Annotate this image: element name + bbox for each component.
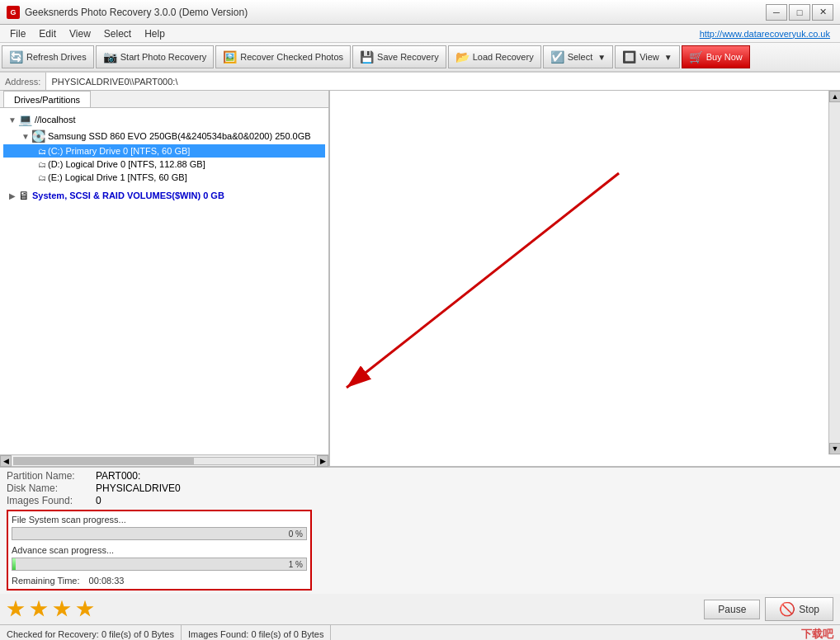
address-input[interactable] <box>46 73 840 90</box>
adv-scan-section: Advance scan progress... 1 % <box>12 545 307 571</box>
tree-label: //localhost <box>35 115 76 125</box>
status-right: Images Found: 0 file(s) of 0 Bytes <box>182 625 331 640</box>
website-url[interactable]: http://www.datarecoveryuk.co.uk <box>700 29 837 39</box>
vertical-scrollbar[interactable]: ▲ ▼ <box>828 91 840 454</box>
menu-help[interactable]: Help <box>138 26 172 41</box>
tree-label: System, SCSI & RAID VOLUMES($WIN) 0 GB <box>32 191 224 200</box>
remaining-label: Remaining Time: <box>12 576 80 586</box>
menu-view[interactable]: View <box>63 26 97 41</box>
window-controls: ─ □ ✕ <box>766 4 833 21</box>
status-left: Checked for Recovery: 0 file(s) of 0 Byt… <box>0 625 182 640</box>
fs-scan-label: File System scan progress... <box>12 515 307 525</box>
camera-icon: 📷 <box>103 50 117 64</box>
load-icon: 📂 <box>455 50 470 64</box>
refresh-drives-button[interactable]: 🔄 Refresh Drives <box>2 45 94 68</box>
buy-now-button[interactable]: 🛒 Buy Now <box>682 45 750 68</box>
menu-file[interactable]: File <box>3 26 32 41</box>
tree-label: (D:) Logical Drive 0 [NTFS, 112.88 GB] <box>48 159 205 169</box>
photo-area: ▲ ▼ <box>330 91 840 466</box>
scroll-up-button[interactable]: ▲ <box>829 91 840 102</box>
svg-line-1 <box>347 173 619 388</box>
leaf-icon: 🗂 <box>36 160 48 169</box>
load-recovery-button[interactable]: 📂 Load Recovery <box>448 45 541 68</box>
tree-label: (C:) Primary Drive 0 [NTFS, 60 GB] <box>48 146 190 156</box>
images-row: Images Found: 0 <box>7 495 833 506</box>
bottom-buttons-row: Pause 🚫 Stop <box>0 594 840 624</box>
menu-select[interactable]: Select <box>97 26 138 41</box>
maximize-button[interactable]: □ <box>789 4 810 21</box>
status-bar: Checked for Recovery: 0 file(s) of 0 Byt… <box>0 624 840 640</box>
scroll-right-button[interactable]: ▶ <box>317 455 328 467</box>
images-value: 0 <box>96 495 101 506</box>
select-arrow-icon: ▼ <box>597 53 606 62</box>
drives-panel: Drives/Partitions ▼ 💻 //localhost ▼ 💽 Sa… <box>0 91 330 466</box>
address-bar: Address: <box>0 73 840 91</box>
fs-scan-section: File System scan progress... 0 % <box>12 515 307 540</box>
fs-progress-bar: 0 % <box>12 527 307 540</box>
progress-box: File System scan progress... 0 % Advance… <box>7 510 312 591</box>
buy-icon: 🛒 <box>689 50 703 64</box>
minimize-button[interactable]: ─ <box>766 4 787 21</box>
main-area: Drives/Partitions ▼ 💻 //localhost ▼ 💽 Sa… <box>0 91 840 466</box>
tree-samsung-ssd[interactable]: ▼ 💽 Samsung SSD 860 EVO 250GB(4&240534ba… <box>3 128 325 144</box>
pause-button[interactable]: Pause <box>704 600 760 619</box>
remaining-time-row: Remaining Time: 00:08:33 <box>12 576 307 586</box>
star-icon-2 <box>30 600 48 619</box>
star-icon-4 <box>76 600 94 619</box>
expand-icon[interactable]: ▼ <box>20 132 31 141</box>
select-button[interactable]: ☑️ Select ▼ <box>543 45 613 68</box>
start-photo-recovery-button[interactable]: 📷 Start Photo Recovery <box>96 45 215 68</box>
expand-icon[interactable]: ▶ <box>7 191 18 200</box>
computer-icon: 💻 <box>18 113 32 126</box>
stop-button[interactable]: 🚫 Stop <box>765 597 833 621</box>
disk-label: Disk Name: <box>7 482 89 494</box>
partition-row: Partition Name: PART000: <box>7 470 833 482</box>
star-icon-1 <box>7 600 25 619</box>
raid-icon: 🖥 <box>18 189 30 202</box>
stop-icon: 🚫 <box>779 601 795 617</box>
scroll-left-button[interactable]: ◀ <box>0 455 12 467</box>
leaf-icon: 🗂 <box>36 173 48 182</box>
view-arrow-icon: ▼ <box>664 53 672 62</box>
close-button[interactable]: ✕ <box>812 4 833 21</box>
expand-icon[interactable]: ▼ <box>7 115 18 125</box>
disk-icon: 💽 <box>31 129 45 143</box>
drives-partitions-tab[interactable]: Drives/Partitions <box>3 91 91 107</box>
save-icon: 💾 <box>360 50 374 64</box>
tree-raid-volumes[interactable]: ▶ 🖥 System, SCSI & RAID VOLUMES($WIN) 0 … <box>3 187 325 204</box>
app-title: Geeksnerds Photo Recovery 3.0.0 (Demo Ve… <box>25 7 766 18</box>
app-icon: G <box>7 6 20 19</box>
vscroll-track[interactable] <box>829 102 840 443</box>
partition-label: Partition Name: <box>7 470 89 482</box>
refresh-icon: 🔄 <box>9 50 23 64</box>
tree-drive-d[interactable]: 🗂 (D:) Logical Drive 0 [NTFS, 112.88 GB] <box>3 158 325 171</box>
tree-localhost[interactable]: ▼ 💻 //localhost <box>3 111 325 128</box>
save-recovery-button[interactable]: 💾 Save Recovery <box>352 45 446 68</box>
tree-drive-e[interactable]: 🗂 (E:) Logical Drive 1 [NTFS, 60 GB] <box>3 171 325 184</box>
recover-icon: 🖼️ <box>223 50 237 64</box>
remaining-value: 00:08:33 <box>89 576 125 586</box>
drives-tree[interactable]: ▼ 💻 //localhost ▼ 💽 Samsung SSD 860 EVO … <box>0 108 328 454</box>
drives-tab: Drives/Partitions <box>0 91 328 108</box>
scroll-down-button[interactable]: ▼ <box>829 443 840 454</box>
scroll-thumb[interactable] <box>14 458 194 464</box>
fs-progress-percent: 0 % <box>289 528 303 539</box>
recover-checked-photos-button[interactable]: 🖼️ Recover Checked Photos <box>215 45 351 68</box>
toolbar: 🔄 Refresh Drives 📷 Start Photo Recovery … <box>0 43 840 73</box>
view-icon: 🔲 <box>622 50 636 64</box>
star-icon-3 <box>53 600 71 619</box>
address-label: Address: <box>0 73 46 90</box>
adv-progress-fill <box>12 558 16 570</box>
menu-edit[interactable]: Edit <box>32 26 63 41</box>
horizontal-scrollbar[interactable]: ◀ ▶ <box>0 454 328 466</box>
watermark: 下载吧 <box>801 627 840 641</box>
disk-row: Disk Name: PHYSICALDRIVE0 <box>7 482 833 494</box>
title-bar: G Geeksnerds Photo Recovery 3.0.0 (Demo … <box>0 0 840 25</box>
partition-value: PART000: <box>96 470 140 482</box>
menu-bar: File Edit View Select Help http://www.da… <box>0 25 840 43</box>
view-button[interactable]: 🔲 View ▼ <box>615 45 680 68</box>
bottom-panel: Partition Name: PART000: Disk Name: PHYS… <box>0 466 840 624</box>
scroll-track[interactable] <box>13 457 315 465</box>
tree-drive-c[interactable]: 🗂 (C:) Primary Drive 0 [NTFS, 60 GB] <box>3 144 325 158</box>
adv-progress-percent: 1 % <box>289 558 303 570</box>
